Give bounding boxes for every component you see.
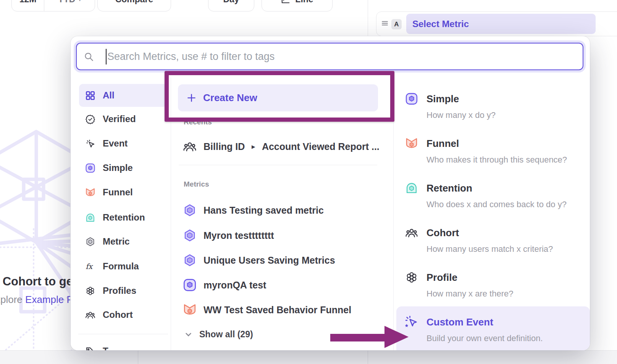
profiles-flower-icon — [85, 286, 95, 296]
metric-type-description: Build your own event definition. — [426, 333, 543, 343]
range-12m-button[interactable]: 12M — [12, 0, 44, 11]
metric-list-item[interactable]: myronQA test — [183, 277, 266, 293]
sidebar-item-formula[interactable]: fx Formula — [79, 255, 167, 278]
metric-type-title: Custom Event — [426, 316, 493, 328]
recents-divider — [179, 165, 377, 165]
date-range-button-group: 12M YTD ▾ — [11, 0, 95, 11]
recent-item[interactable]: Billing ID ▸ Account Viewed Report ... — [183, 138, 380, 155]
metric-hexagon-icon — [183, 253, 197, 267]
formula-fx-icon: fx — [85, 261, 95, 272]
sidebar-divider — [78, 334, 168, 334]
metric-type-funnel[interactable]: Funnel Who makes it through this sequenc… — [405, 137, 588, 179]
chart-type-line-button[interactable]: Line — [262, 0, 333, 11]
compare-label: Compare — [115, 0, 153, 5]
metric-type-title: Profile — [426, 271, 457, 283]
event-cursor-icon — [85, 139, 95, 149]
sidebar-item-funnel[interactable]: Funnel — [79, 181, 167, 204]
profiles-flower-icon — [405, 271, 418, 284]
metric-type-cohort[interactable]: Cohort How many users match x criteria? — [405, 226, 588, 268]
compare-button[interactable]: Compare — [97, 0, 171, 11]
range-12m-label: 12M — [19, 0, 37, 5]
range-ytd-label: YTD — [58, 0, 75, 5]
sidebar-item-all[interactable]: All — [79, 84, 167, 107]
range-ytd-button[interactable]: YTD ▾ — [44, 0, 95, 11]
show-all-label: Show all (29) — [199, 329, 253, 340]
metric-list-item[interactable]: Myron testttttttt — [183, 227, 274, 244]
metric-type-custom-event[interactable]: Custom Event Build your own event defini… — [405, 316, 588, 350]
empty-state-headline: r Cohort to ge — [0, 275, 73, 288]
empty-state-copy: r Cohort to ge xplore Example R — [0, 267, 73, 317]
funnel-metric-icon — [405, 137, 418, 150]
sidebar-item-label: All — [103, 90, 115, 101]
row-letter-badge: A — [391, 19, 402, 29]
metric-query-row: A Select Metric — [376, 11, 617, 36]
sidebar-item-simple[interactable]: Simple — [79, 156, 167, 179]
sidebar-item-profiles[interactable]: Profiles — [79, 279, 167, 302]
drag-handle-icon[interactable] — [381, 21, 388, 26]
metric-search-field[interactable] — [76, 43, 583, 70]
sidebar-item-label: Event — [103, 138, 128, 149]
breadcrumb-caret-icon: ▸ — [252, 143, 255, 151]
annotation-arrow — [328, 325, 409, 349]
metric-list-item[interactable]: WW Test Saved Behavior Funnel — [183, 301, 351, 318]
sidebar-item-label: Metric — [103, 236, 130, 247]
funnel-metric-icon — [85, 187, 95, 198]
sidebar-item-label: Funnel — [103, 187, 133, 198]
sidebar-item-verified[interactable]: Verified — [79, 108, 167, 130]
metric-hexagon-icon — [183, 229, 197, 242]
sidebar-item-metric[interactable]: Metric — [79, 230, 167, 253]
empty-state-subtext: xplore Example R — [0, 294, 73, 306]
sidebar-item-label: T — [103, 346, 108, 350]
metric-hexagon-icon — [85, 237, 95, 247]
metric-type-title: Cohort — [426, 227, 459, 239]
cohort-people-icon — [183, 140, 197, 153]
line-label: Line — [295, 0, 313, 5]
sidebar-item-label: Verified — [103, 114, 136, 124]
retention-metric-icon — [405, 182, 418, 195]
sidebar-item-label: Profiles — [103, 285, 136, 296]
grid-icon — [85, 90, 95, 101]
granularity-day-button[interactable]: Day — [208, 0, 254, 11]
select-metric-button[interactable]: Select Metric — [406, 14, 596, 34]
metric-type-description: Who does x and comes back to do y? — [426, 200, 567, 209]
metric-list-item[interactable]: Hans Testing saved metric — [183, 202, 324, 219]
metric-item-label: Hans Testing saved metric — [204, 205, 324, 216]
day-label: Day — [223, 0, 239, 5]
chevron-down-icon — [184, 330, 192, 338]
metric-type-simple[interactable]: Simple How many x do y? — [405, 92, 588, 134]
sidebar-item-retention[interactable]: Retention — [79, 206, 167, 229]
metric-type-profile[interactable]: Profile How many x are there? — [405, 271, 588, 313]
metric-item-label: Myron testttttttt — [204, 230, 274, 241]
example-reports-link[interactable]: Example R — [25, 294, 73, 305]
metric-type-description: How many x are there? — [426, 289, 513, 299]
metric-hexagon-icon — [183, 203, 197, 217]
metric-item-label: Unique Users Saving Metrics — [204, 255, 335, 266]
metric-type-description: How many x do y? — [426, 110, 496, 120]
metric-list-item[interactable]: Unique Users Saving Metrics — [183, 252, 335, 269]
sidebar-item-tags-partial[interactable]: T — [79, 340, 167, 350]
metric-type-retention[interactable]: Retention Who does x and comes back to d… — [405, 182, 588, 224]
metric-type-title: Funnel — [426, 137, 459, 150]
funnel-metric-icon — [183, 303, 197, 317]
line-chart-icon — [281, 0, 291, 4]
explore-prefix: xplore — [0, 294, 23, 305]
simple-metric-icon — [183, 278, 197, 292]
metric-type-description: Who makes it through this sequence? — [426, 155, 567, 165]
annotation-highlight-box — [165, 71, 394, 122]
sidebar-item-cohort[interactable]: Cohort — [79, 303, 167, 326]
simple-metric-icon — [405, 92, 418, 105]
metric-type-title: Simple — [426, 93, 459, 105]
recent-item-secondary: Account Viewed Report ... — [262, 141, 380, 152]
metrics-section-label: Metrics — [184, 180, 209, 188]
tag-icon — [85, 346, 95, 351]
retention-metric-icon — [85, 213, 95, 223]
metric-type-title: Retention — [426, 182, 472, 194]
sidebar-item-label: Cohort — [103, 309, 133, 320]
cohort-people-icon — [85, 310, 95, 320]
sidebar-item-label: Formula — [103, 261, 139, 272]
search-input[interactable] — [77, 43, 583, 69]
verified-seal-icon — [85, 114, 95, 124]
metric-item-label: WW Test Saved Behavior Funnel — [204, 304, 351, 316]
sidebar-item-event[interactable]: Event — [79, 132, 167, 155]
show-all-toggle[interactable]: Show all (29) — [184, 326, 253, 343]
